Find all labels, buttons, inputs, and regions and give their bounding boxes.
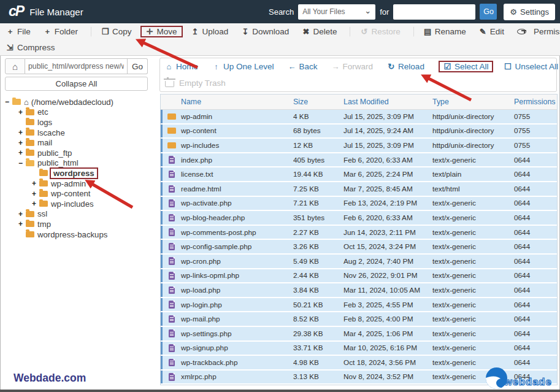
tree-toggle[interactable]: + bbox=[32, 199, 39, 208]
nav-up-one-level[interactable]: ↑ Up One Level bbox=[212, 62, 274, 71]
toolbar-edit[interactable]: ✎ Edit bbox=[479, 27, 504, 36]
folder-icon bbox=[26, 221, 34, 227]
nav-back[interactable]: ← Back bbox=[288, 62, 318, 71]
tree-toggle[interactable]: + bbox=[18, 220, 26, 228]
nav-reload[interactable]: ↻ Reload bbox=[387, 62, 424, 71]
tree-toggle[interactable]: + bbox=[32, 179, 39, 188]
toolbar-delete[interactable]: ✖ Delete bbox=[302, 27, 337, 36]
table-header: Name Size Last Modified Type Permissions bbox=[161, 94, 557, 110]
file-type: text/x-generic bbox=[432, 156, 514, 164]
tree-toggle[interactable]: + bbox=[18, 128, 26, 137]
toolbar-download[interactable]: ↧ Download bbox=[241, 27, 289, 36]
search-input[interactable] bbox=[393, 4, 475, 20]
webdade-logo-text: webdade bbox=[504, 376, 552, 388]
toolbar-move[interactable]: ✛ Move bbox=[140, 26, 183, 37]
path-input[interactable] bbox=[25, 58, 128, 74]
file-icon bbox=[169, 199, 175, 207]
reload-icon: ↻ bbox=[387, 62, 395, 71]
directory-tree: − ⌂ (/home/webdadecloud) + ⌂ etc ⌂ logs … bbox=[5, 97, 157, 239]
delete-icon: ✖ bbox=[302, 27, 310, 36]
toolbar-restore[interactable]: ↺ Restore bbox=[350, 27, 400, 36]
tree-item-lscache[interactable]: + ⌂ lscache bbox=[5, 128, 157, 138]
tree-toggle[interactable]: + bbox=[18, 108, 26, 117]
toolbar-copy[interactable]: ❐ Copy bbox=[91, 27, 132, 36]
tree-item-wordpress-backups[interactable]: ⌂ wordpress-backups bbox=[5, 229, 157, 240]
download-icon: ↧ bbox=[241, 27, 249, 36]
tree-toggle[interactable]: − bbox=[18, 159, 26, 167]
file-row-wp-includes[interactable]: wp-includes 12 KB Jul 15, 2025, 3:09 PM … bbox=[161, 139, 557, 152]
toolbar-compress[interactable]: ⇲ Compress bbox=[6, 43, 55, 52]
tree-item-tmp[interactable]: + ⌂ tmp bbox=[5, 219, 157, 229]
column-header-name[interactable]: Name bbox=[181, 98, 293, 106]
file-row-wp-admin[interactable]: wp-admin 4 KB Jul 15, 2025, 3:09 PM http… bbox=[161, 110, 557, 123]
file-row-wp-mail-php[interactable]: wp-mail.php 8.52 KB Feb 8, 2025, 4:00 PM… bbox=[161, 312, 557, 326]
toolbar-rename[interactable]: ▤ Rename bbox=[413, 27, 466, 36]
tree-item-public-ftp[interactable]: + ⌂ public_ftp bbox=[5, 148, 157, 158]
collapse-all-button[interactable]: Collapse All bbox=[5, 77, 148, 91]
column-header-last-modified[interactable]: Last Modified bbox=[343, 98, 432, 106]
file-type: text/x-generic bbox=[432, 315, 514, 323]
path-go-button[interactable]: Go bbox=[128, 58, 148, 74]
file-row-wp-content[interactable]: wp-content 68 bytes Jul 14, 2025, 9:24 A… bbox=[161, 125, 557, 138]
file-row-wp-links-opml-php[interactable]: wp-links-opml.php 2.44 KB Nov 26, 2022, … bbox=[161, 269, 557, 283]
home-directory-button[interactable]: ⌂ bbox=[5, 58, 25, 74]
file-row-wp-signup-php[interactable]: wp-signup.php 33.71 KB Mar 10, 2025, 6:1… bbox=[161, 342, 557, 355]
file-row-index-php[interactable]: index.php 405 bytes Feb 6, 2020, 6:33 AM… bbox=[161, 153, 557, 167]
unchecked-checkbox-icon: ☐ bbox=[504, 62, 512, 71]
file-row-wp-settings-php[interactable]: wp-settings.php 29.38 KB Mar 4, 2025, 1:… bbox=[161, 327, 557, 340]
tree-item-home-webdadecloud[interactable]: − ⌂ (/home/webdadecloud) bbox=[5, 97, 157, 107]
file-size: 4 KB bbox=[293, 112, 343, 121]
tree-item-public-html[interactable]: − ⌂ public_html bbox=[5, 158, 157, 169]
tree-item-wp-content[interactable]: + ⌂ wp-content bbox=[5, 188, 157, 199]
tree-item-logs[interactable]: ⌂ logs bbox=[5, 117, 157, 128]
column-header-permissions[interactable]: Permissions bbox=[514, 98, 557, 106]
nav-forward[interactable]: → Forward bbox=[332, 62, 374, 71]
tree-item-mail[interactable]: + ⌂ mail bbox=[5, 137, 157, 148]
file-row-wp-cron-php[interactable]: wp-cron.php 5.49 KB Aug 2, 2024, 7:40 PM… bbox=[161, 255, 557, 268]
folder-icon bbox=[167, 113, 176, 120]
toolbar-folder[interactable]: + Folder bbox=[44, 27, 78, 36]
tree-toggle[interactable]: + bbox=[18, 139, 26, 147]
file-icon bbox=[169, 329, 175, 337]
tree-toggle[interactable]: + bbox=[18, 210, 26, 218]
tree-item-wordpress[interactable]: ⌂ wordpress bbox=[5, 168, 157, 179]
file-modified: Oct 18, 2024, 3:56 PM bbox=[343, 358, 432, 367]
file-size: 351 bytes bbox=[293, 213, 343, 222]
column-header-type[interactable]: Type bbox=[432, 98, 514, 106]
tree-item-etc[interactable]: + ⌂ etc bbox=[5, 107, 157, 118]
settings-button[interactable]: ⚙ Settings bbox=[504, 4, 555, 20]
trash-icon bbox=[165, 81, 174, 88]
file-row-wp-blog-header-php[interactable]: wp-blog-header.php 351 bytes Feb 6, 2020… bbox=[161, 211, 557, 225]
file-size: 5.49 KB bbox=[293, 257, 343, 266]
file-row-license-txt[interactable]: license.txt 19.44 KB Mar 6, 2025, 2:24 P… bbox=[161, 167, 557, 181]
webdade-logo-icon bbox=[486, 367, 507, 389]
file-row-wp-comments-post-php[interactable]: wp-comments-post.php 2.27 KB Jun 14, 202… bbox=[161, 226, 557, 239]
file-row-wp-config-sample-php[interactable]: wp-config-sample.php 3.26 KB Oct 15, 202… bbox=[161, 240, 557, 253]
tree-item-wp-admin[interactable]: + ⌂ wp-admin bbox=[5, 179, 157, 189]
tree-toggle[interactable]: − bbox=[5, 98, 12, 106]
tree-toggle[interactable]: + bbox=[32, 190, 39, 198]
file-row-wp-login-php[interactable]: wp-login.php 50.21 KB Feb 3, 2025, 4:55 … bbox=[161, 298, 557, 312]
column-header-size[interactable]: Size bbox=[293, 98, 343, 106]
tree-item-ssl[interactable]: + ⌂ ssl bbox=[5, 209, 157, 220]
search-scope-select[interactable]: All Your Files ⌄ bbox=[298, 4, 375, 20]
file-row-readme-html[interactable]: readme.html 7.25 KB Mar 7, 2025, 8:45 AM… bbox=[161, 182, 557, 196]
toolbar-upload[interactable]: ↥ Upload bbox=[191, 27, 229, 36]
file-row-wp-load-php[interactable]: wp-load.php 3.84 KB Mar 11, 2024, 10:05 … bbox=[161, 283, 557, 297]
tree-item-wp-includes[interactable]: + ⌂ wp-includes bbox=[5, 199, 157, 209]
webdade-watermark: webdade bbox=[486, 367, 552, 389]
file-name: wp-config-sample.php bbox=[181, 242, 293, 251]
nav-home[interactable]: ⌂ Home bbox=[165, 62, 198, 71]
file-modified: Feb 3, 2025, 4:55 PM bbox=[343, 301, 432, 309]
nav-select-all[interactable]: ☑ Select All bbox=[439, 61, 494, 72]
nav-unselect-all[interactable]: ☐ Unselect All bbox=[504, 62, 558, 71]
toolbar-permissions[interactable]: Permissions bbox=[517, 27, 560, 36]
file-row-wp-activate-php[interactable]: wp-activate.php 7.21 KB Feb 13, 2024, 2:… bbox=[161, 197, 557, 210]
toolbar-file[interactable]: + File bbox=[6, 27, 31, 36]
nav-empty-trash[interactable]: Empty Trash bbox=[165, 79, 226, 88]
file-size: 8.52 KB bbox=[293, 315, 343, 323]
file-icon bbox=[169, 257, 175, 265]
search-go-button[interactable]: Go bbox=[480, 4, 497, 20]
tree-item-label: wordpress bbox=[50, 167, 98, 179]
tree-toggle[interactable]: + bbox=[18, 148, 26, 157]
